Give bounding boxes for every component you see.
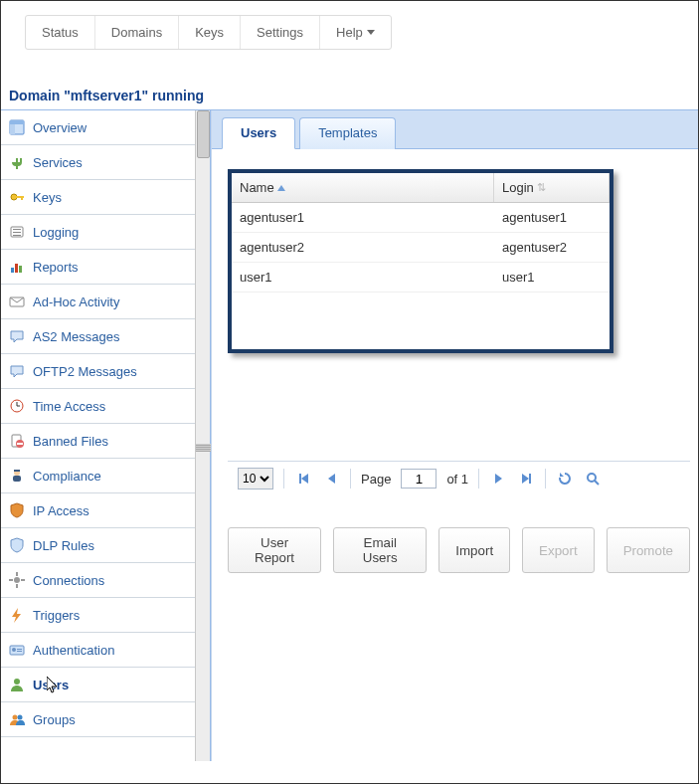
sidebar-item-authentication[interactable]: Authentication [1, 633, 195, 668]
bolt-icon [9, 607, 25, 623]
table-row[interactable]: user1user1 [232, 263, 610, 293]
refresh-icon [557, 471, 573, 487]
bubble-icon [9, 328, 25, 344]
tab-users[interactable]: Users [222, 117, 295, 149]
sidebar-item-label: OFTP2 Messages [33, 364, 137, 379]
topnav-item-keys[interactable]: Keys [179, 16, 241, 49]
users-icon [9, 711, 25, 727]
cell-login: user1 [494, 263, 610, 292]
sidebar-item-keys[interactable]: Keys [1, 180, 195, 215]
sidebar-item-time-access[interactable]: Time Access [1, 389, 195, 424]
next-page-icon [495, 474, 502, 484]
sidebar-item-triggers[interactable]: Triggers [1, 598, 195, 633]
first-page-icon [301, 474, 308, 484]
sidebar-item-services[interactable]: Services [1, 145, 195, 180]
table-row[interactable]: agentuser2agentuser2 [232, 233, 610, 263]
magnify-icon [585, 471, 601, 487]
sidebar-item-ip-access[interactable]: IP Access [1, 493, 195, 528]
sidebar-item-label: Time Access [33, 399, 105, 414]
cell-name: user1 [232, 263, 494, 292]
page-of-label: of 1 [446, 472, 468, 487]
shieldip-icon [9, 502, 25, 518]
sidebar-item-groups[interactable]: Groups [1, 702, 195, 737]
table-row[interactable]: agentuser1agentuser1 [232, 203, 610, 233]
prev-page-button[interactable] [322, 470, 340, 488]
page-size-select[interactable]: 10 [238, 468, 273, 490]
divider [545, 469, 546, 489]
user-report-button[interactable]: User Report [228, 527, 321, 573]
sidebar-item-label: Banned Files [33, 434, 108, 449]
divider [283, 469, 284, 489]
email-users-button[interactable]: Email Users [333, 527, 427, 573]
sidebar-item-connections[interactable]: Connections [1, 563, 195, 598]
sidebar-item-reports[interactable]: Reports [1, 250, 195, 285]
plug-icon [9, 154, 25, 170]
fileblock-icon [9, 433, 25, 449]
sidebar-item-users[interactable]: Users [1, 668, 195, 702]
tab-templates[interactable]: Templates [299, 117, 396, 149]
next-page-button[interactable] [489, 470, 507, 488]
sidebar-item-label: IP Access [33, 503, 89, 518]
sidebar-item-oftp2-messages[interactable]: OFTP2 Messages [1, 354, 195, 389]
user-icon [9, 677, 25, 692]
barchart-icon [9, 259, 25, 275]
workspace: OverviewServicesKeysLoggingReportsAd-Hoc… [1, 109, 698, 761]
export-button[interactable]: Export [522, 527, 595, 573]
sidebar-item-compliance[interactable]: Compliance [1, 459, 195, 493]
sidebar-item-logging[interactable]: Logging [1, 215, 195, 250]
list-icon [9, 224, 25, 240]
sidebar-item-label: Authentication [33, 643, 114, 658]
prev-page-icon [328, 474, 335, 484]
topnav-item-label: Status [42, 25, 79, 40]
grid-header: Name Login ⇅ [232, 173, 610, 203]
topnav-item-domains[interactable]: Domains [95, 16, 179, 49]
sidebar-item-as2-messages[interactable]: AS2 Messages [1, 319, 195, 354]
refresh-button[interactable] [556, 470, 574, 488]
cell-login: agentuser1 [494, 203, 610, 232]
search-button[interactable] [584, 470, 602, 488]
topnav-item-help[interactable]: Help [320, 16, 391, 49]
cell-name: agentuser2 [232, 233, 494, 262]
scrollbar-grip-icon [196, 444, 211, 452]
scrollbar-thumb[interactable] [197, 110, 210, 158]
sort-asc-icon [277, 185, 285, 191]
sidebar-container: OverviewServicesKeysLoggingReportsAd-Hoc… [1, 110, 211, 761]
topnav-item-settings[interactable]: Settings [241, 16, 320, 49]
top-menu: StatusDomainsKeysSettingsHelp [25, 15, 392, 50]
import-button[interactable]: Import [438, 527, 510, 573]
sidebar-scrollbar[interactable] [195, 110, 210, 761]
sidebar-item-label: Reports [33, 260, 79, 275]
divider [478, 469, 479, 489]
last-page-icon [522, 474, 529, 484]
mail-icon [9, 294, 25, 309]
topnav-item-label: Settings [257, 25, 303, 40]
column-header-login[interactable]: Login ⇅ [494, 173, 610, 202]
column-header-label: Login [502, 180, 534, 195]
tab-strip: UsersTemplates [212, 110, 698, 149]
pager-toolbar: 10 Page of 1 [228, 461, 690, 495]
clock-icon [9, 398, 25, 414]
sidebar-item-ad-hoc-activity[interactable]: Ad-Hoc Activity [1, 285, 195, 319]
cell-login: agentuser2 [494, 233, 610, 262]
promote-button[interactable]: Promote [607, 527, 690, 573]
users-grid: Name Login ⇅ agentuser1agentuser1agentus… [228, 169, 613, 353]
topnav-item-label: Help [336, 25, 363, 40]
sidebar-item-label: Logging [33, 225, 79, 240]
divider [350, 469, 351, 489]
tab-body-users: Name Login ⇅ agentuser1agentuser1agentus… [212, 149, 698, 761]
sidebar-item-dlp-rules[interactable]: DLP Rules [1, 528, 195, 563]
first-page-button[interactable] [294, 470, 312, 488]
last-page-button[interactable] [517, 470, 535, 488]
topnav-item-status[interactable]: Status [26, 16, 95, 49]
sidebar-item-label: Keys [33, 190, 62, 205]
column-header-name[interactable]: Name [232, 173, 494, 202]
sidebar-item-banned-files[interactable]: Banned Files [1, 424, 195, 459]
layout-icon [9, 119, 25, 135]
topnav-item-label: Domains [111, 25, 162, 40]
sidebar-item-label: Triggers [33, 608, 80, 623]
key-icon [9, 189, 25, 205]
sidebar-item-label: DLP Rules [33, 538, 94, 553]
page-number-input[interactable] [401, 469, 437, 489]
sidebar-item-overview[interactable]: Overview [1, 110, 195, 145]
column-header-label: Name [240, 180, 274, 195]
